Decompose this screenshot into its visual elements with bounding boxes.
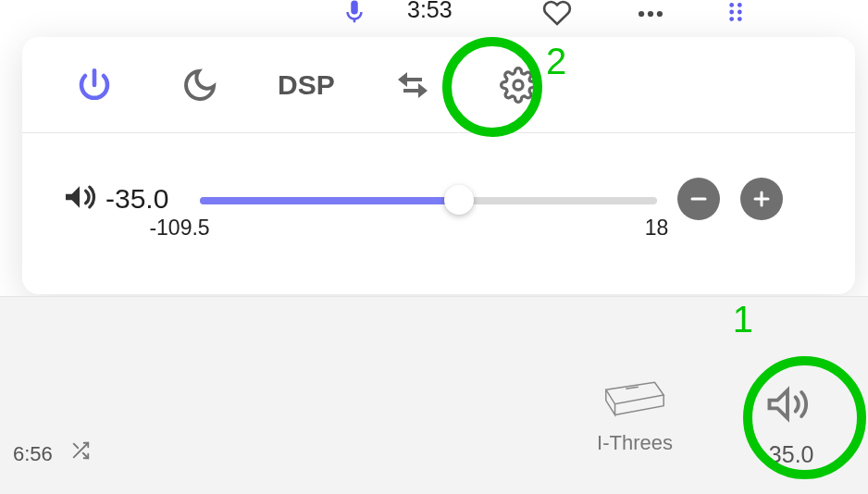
svg-point-4: [738, 3, 742, 7]
shuffle-icon[interactable]: [70, 440, 91, 464]
settings-gear-icon[interactable]: [490, 57, 546, 113]
device-label: I-Threes: [579, 431, 690, 455]
svg-point-9: [514, 80, 523, 90]
track-time: 3:53: [407, 0, 453, 23]
elapsed-time: 6:56: [13, 442, 53, 466]
moon-icon[interactable]: [172, 57, 228, 113]
bottom-bar: 6:56 I-Threes -35.0: [0, 296, 868, 494]
svg-point-0: [639, 11, 644, 17]
svg-line-13: [626, 387, 639, 389]
volume-increase-button[interactable]: [740, 178, 783, 220]
device-icon: [599, 372, 671, 420]
svg-point-3: [729, 3, 734, 7]
status-volume-value: -35.0: [737, 441, 838, 468]
speaker-icon: [755, 380, 820, 428]
slider-min-label: -109.5: [149, 216, 209, 241]
svg-point-1: [648, 11, 653, 17]
favorite-icon[interactable]: [542, 0, 572, 31]
volume-slider[interactable]: -109.5 18: [200, 180, 657, 217]
output-device[interactable]: I-Threes: [579, 372, 690, 455]
more-icon[interactable]: [635, 0, 666, 33]
mic-icon[interactable]: [341, 0, 368, 30]
swap-icon[interactable]: [385, 57, 440, 113]
volume-panel: DSP -35.0 -109.5 18: [22, 37, 855, 294]
volume-decrease-button[interactable]: [677, 178, 720, 220]
power-button[interactable]: [67, 57, 122, 113]
svg-point-6: [738, 10, 742, 15]
svg-point-5: [729, 10, 734, 15]
svg-point-8: [738, 17, 742, 21]
slider-max-label: 18: [645, 216, 669, 241]
dsp-button[interactable]: DSP: [278, 69, 335, 101]
svg-point-7: [729, 17, 734, 21]
volume-value: -35.0: [105, 183, 168, 215]
svg-point-2: [657, 11, 663, 17]
drag-handle-icon[interactable]: [724, 0, 748, 28]
slider-thumb[interactable]: [444, 185, 474, 215]
status-volume[interactable]: -35.0: [737, 380, 838, 468]
volume-icon: [61, 179, 98, 219]
